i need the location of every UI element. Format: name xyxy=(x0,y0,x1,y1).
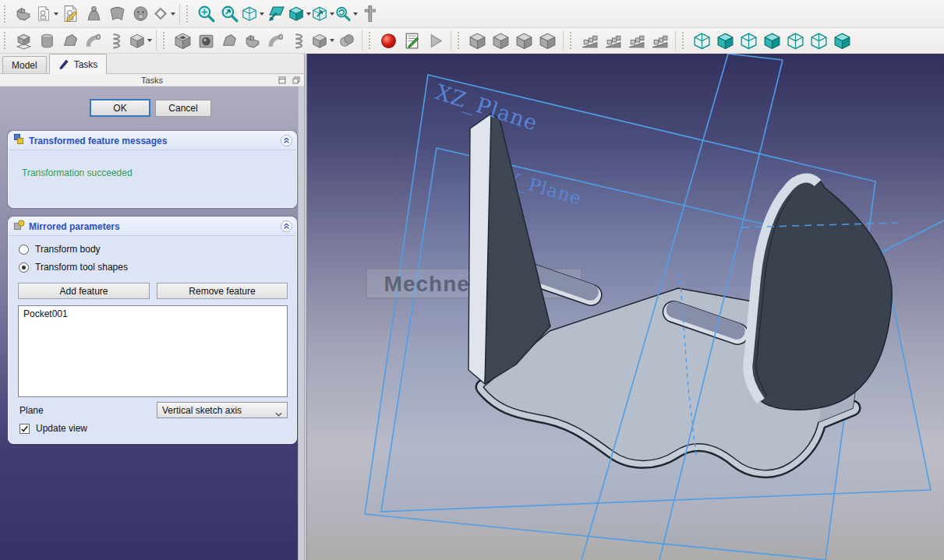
mirrored-parameters-section: Mirrored parameters Transform body Trans… xyxy=(8,217,297,444)
view-front-icon[interactable] xyxy=(713,29,737,52)
plane-select-value: Vertical sketch axis xyxy=(162,405,242,416)
rotate-view-icon[interactable] xyxy=(334,2,358,26)
feature-listbox[interactable]: Pocket001 xyxy=(18,305,288,397)
tab-tasks[interactable]: Tasks xyxy=(49,54,108,74)
measure-icon[interactable] xyxy=(358,2,381,26)
remove-feature-label: Remove feature xyxy=(189,286,255,297)
update-view-row[interactable]: Update view xyxy=(19,423,87,434)
view-isometric-icon[interactable] xyxy=(690,29,713,52)
3d-viewport[interactable]: XY_Plane Mechnexus.com xyxy=(307,54,944,560)
multitransform-icon[interactable] xyxy=(648,29,671,52)
transformed-feature-messages-section: Transformed feature messages Transformat… xyxy=(8,131,297,208)
hole-icon[interactable] xyxy=(194,29,217,52)
chevron-down-icon xyxy=(275,408,282,419)
remove-feature-button[interactable]: Remove feature xyxy=(157,283,288,299)
zoom-fit-icon[interactable] xyxy=(194,2,217,26)
fillet-icon[interactable] xyxy=(465,29,489,52)
mirrored-section-header[interactable]: Mirrored parameters xyxy=(9,217,296,236)
messages-section-title: Transformed feature messages xyxy=(29,136,167,146)
macro-edit-icon[interactable] xyxy=(400,29,423,52)
ok-button[interactable]: OK xyxy=(90,99,150,117)
tab-model-label: Model xyxy=(12,60,37,71)
toolbar-separator xyxy=(563,30,564,51)
clone-icon[interactable] xyxy=(105,2,129,26)
chamfer-icon[interactable] xyxy=(489,29,512,52)
tab-tasks-label: Tasks xyxy=(74,59,98,70)
list-item-pocket001[interactable]: Pocket001 xyxy=(23,308,282,319)
macro-play-icon[interactable] xyxy=(423,29,447,52)
revolution-icon[interactable] xyxy=(35,29,58,52)
sync-view-icon[interactable] xyxy=(264,2,288,26)
radio-transform-tool-shapes[interactable]: Transform tool shapes xyxy=(19,262,128,273)
draw-style-icon[interactable] xyxy=(241,2,264,26)
view-right-icon[interactable] xyxy=(760,29,783,52)
thickness-icon[interactable] xyxy=(536,29,559,52)
additive-helix-icon[interactable] xyxy=(105,29,129,52)
mirrored-icon xyxy=(13,219,25,234)
linear-pattern-icon[interactable] xyxy=(601,29,624,52)
create-sketch-icon[interactable] xyxy=(35,2,58,26)
radio-transform-body-circle[interactable] xyxy=(19,245,29,255)
dropdown-arrow-icon[interactable] xyxy=(171,12,175,16)
float-icon[interactable] xyxy=(292,76,300,86)
create-body-icon[interactable] xyxy=(12,2,35,26)
toolbar-grip xyxy=(458,32,462,49)
primitive-box-icon[interactable] xyxy=(129,29,152,52)
update-view-label: Update view xyxy=(36,423,87,434)
datum-plane-icon[interactable] xyxy=(152,2,175,26)
collapse-mirrored-icon[interactable] xyxy=(281,220,292,235)
pad-icon[interactable] xyxy=(12,29,35,52)
mirrored-section-title: Mirrored parameters xyxy=(29,221,120,232)
view-top-icon[interactable] xyxy=(737,29,760,52)
add-feature-button[interactable]: Add feature xyxy=(18,283,150,299)
messages-section-header[interactable]: Transformed feature messages xyxy=(9,132,296,150)
subtractive-helix-icon[interactable] xyxy=(288,29,311,52)
ok-button-label: OK xyxy=(113,103,126,114)
validate-sketch-icon[interactable] xyxy=(129,2,152,26)
tab-model[interactable]: Model xyxy=(2,56,47,73)
tasks-titlebar: Tasks xyxy=(0,74,304,86)
dock-icon[interactable] xyxy=(278,76,286,86)
subtractive-loft-icon[interactable] xyxy=(241,29,264,52)
toolbar-grip xyxy=(163,32,168,49)
view-standard-icon[interactable] xyxy=(288,2,311,26)
shapebinder-icon[interactable] xyxy=(82,2,105,26)
radio-transform-body[interactable]: Transform body xyxy=(19,244,101,255)
zoom-selection-icon[interactable] xyxy=(217,2,241,26)
toolbar-row-2 xyxy=(0,28,944,54)
toolbar-grip xyxy=(186,5,191,23)
draft-icon[interactable] xyxy=(512,29,536,52)
view-left-icon[interactable] xyxy=(830,29,854,52)
macro-record-icon[interactable] xyxy=(377,29,400,52)
cancel-button[interactable]: Cancel xyxy=(155,100,211,117)
additive-loft-icon[interactable] xyxy=(58,29,82,52)
toolbar-grip xyxy=(570,32,575,49)
boolean-operation-icon[interactable] xyxy=(334,29,358,52)
axonometric-view-icon[interactable] xyxy=(311,2,334,26)
mirrored-feature-icon[interactable] xyxy=(578,29,601,52)
subtractive-primitive-icon[interactable] xyxy=(311,29,334,52)
polar-pattern-icon[interactable] xyxy=(624,29,648,52)
collapse-messages-icon[interactable] xyxy=(281,135,292,150)
edit-sketch-icon[interactable] xyxy=(58,2,82,26)
additive-pipe-icon[interactable] xyxy=(82,29,105,52)
subtractive-pipe-icon[interactable] xyxy=(264,29,288,52)
toolbar-separator xyxy=(156,30,157,51)
toolbar-grip xyxy=(369,32,373,49)
toolbar-grip xyxy=(682,32,687,49)
groove-icon[interactable] xyxy=(217,29,241,52)
radio-transform-body-label: Transform body xyxy=(35,244,101,255)
pocket-icon[interactable] xyxy=(171,29,194,52)
add-feature-label: Add feature xyxy=(59,286,108,297)
dropdown-arrow-icon[interactable] xyxy=(147,39,152,42)
tasks-titlebar-label: Tasks xyxy=(141,76,163,85)
cancel-button-label: Cancel xyxy=(168,103,197,114)
toolbar-separator xyxy=(451,30,451,51)
radio-transform-tool-shapes-circle[interactable] xyxy=(19,262,29,273)
panel-tabbar: Model Tasks xyxy=(0,54,306,74)
plane-select[interactable]: Vertical sketch axis xyxy=(157,402,288,418)
transformation-status-text: Transformation succeeded xyxy=(9,150,296,178)
view-bottom-icon[interactable] xyxy=(807,29,830,52)
view-rear-icon[interactable] xyxy=(783,29,807,52)
update-view-checkbox[interactable] xyxy=(19,424,30,434)
